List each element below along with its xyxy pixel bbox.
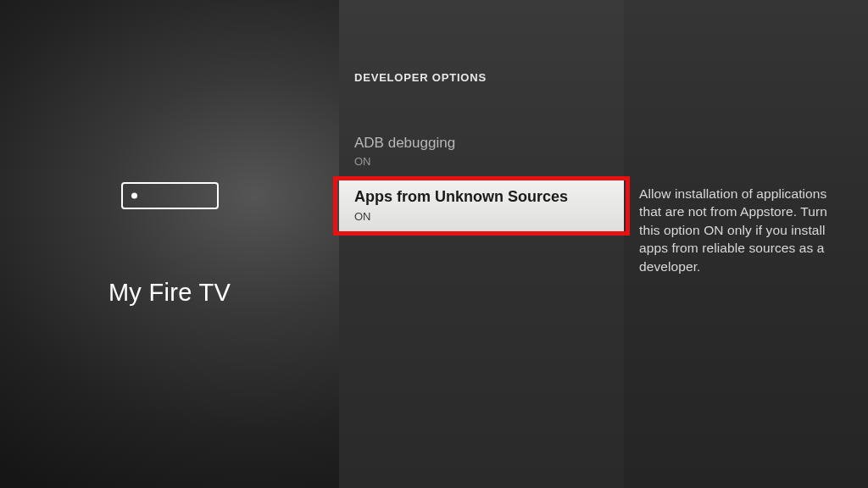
page-title: My Fire TV [108,279,231,307]
option-unknown-sources[interactable]: Apps from Unknown Sources ON [339,176,624,235]
description-panel: Allow installation of applications that … [624,0,868,488]
firetv-device-icon [121,182,219,209]
option-title: ADB debugging [354,135,609,152]
option-title: Apps from Unknown Sources [354,188,609,206]
section-header: DEVELOPER OPTIONS [339,71,624,84]
option-status: ON [354,210,609,223]
options-panel: DEVELOPER OPTIONS ADB debugging ON Apps … [339,0,624,488]
option-adb-debugging[interactable]: ADB debugging ON [339,126,624,176]
option-status: ON [354,155,609,168]
left-panel: My Fire TV [0,0,339,488]
option-description: Allow installation of applications that … [639,185,844,275]
settings-screen: My Fire TV DEVELOPER OPTIONS ADB debuggi… [0,0,868,488]
